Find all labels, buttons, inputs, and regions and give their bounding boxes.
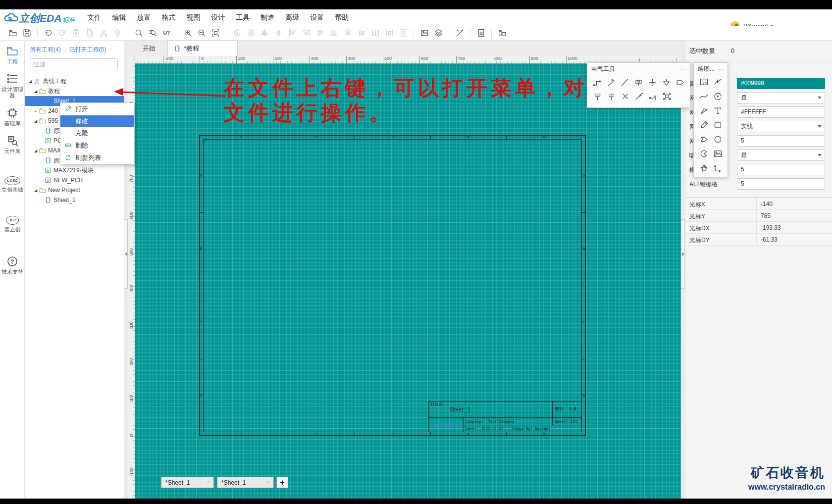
add-sheet-button[interactable]: + <box>276 477 288 488</box>
sheet-tab-1[interactable]: *Sheet_1^ <box>161 477 214 488</box>
tree-item-MAX7219-模块[interactable]: MAX7219-模块 <box>25 165 124 175</box>
left-collapse-handle[interactable] <box>124 219 128 289</box>
expanded-arrow-icon[interactable]: ◢ <box>33 188 38 193</box>
property-input-网格尺寸[interactable]: 5 <box>737 135 825 147</box>
elec-v5-button[interactable]: +5V <box>604 90 618 102</box>
elec-netlabel-button[interactable]: N <box>632 76 646 89</box>
minimize-icon[interactable]: — <box>717 66 724 71</box>
expanded-arrow-icon[interactable]: ◢ <box>28 79 33 84</box>
context-menu-修改[interactable]: 修改 <box>60 115 134 128</box>
expanded-arrow-icon[interactable]: ◢ <box>33 119 38 123</box>
menu-工具[interactable]: 工具 <box>230 11 255 24</box>
draw-bezier-button[interactable] <box>697 89 711 103</box>
save-button[interactable] <box>21 27 33 39</box>
draw-framei-button[interactable] <box>697 75 711 89</box>
draw-polygoni-button[interactable] <box>697 132 711 147</box>
import-button[interactable] <box>496 27 508 39</box>
search-button[interactable] <box>133 27 145 39</box>
draw-dimension-button[interactable] <box>711 161 725 175</box>
tab-active-document[interactable]: *教程 <box>167 41 238 56</box>
sidebar-item-lcsc[interactable]: LCSC立创商城 <box>0 172 25 197</box>
draw-polyline-button[interactable] <box>711 75 725 89</box>
expanded-arrow-icon[interactable]: ◢ <box>33 149 38 153</box>
tab-open-projects[interactable]: 已打开工程(5) <box>69 46 106 54</box>
property-input-网格颜色[interactable]: #FFFFFF <box>737 106 825 118</box>
sidebar-item-设计管理器[interactable]: 设计管理器 <box>0 68 25 102</box>
tree-item-离线工程[interactable]: ◢离线工程 <box>25 76 124 86</box>
property-input-栅格尺寸[interactable]: 5 <box>737 164 825 175</box>
draw-recti-button[interactable] <box>711 118 725 132</box>
menu-格式[interactable]: 格式 <box>156 11 181 24</box>
tab-all-projects[interactable]: 所有工程(4) <box>30 46 61 54</box>
draw-circlei-button[interactable] <box>711 132 725 147</box>
menu-设置[interactable]: 设置 <box>305 11 329 24</box>
property-input-网格可见[interactable]: 是 <box>737 92 825 103</box>
sheet-tab-2[interactable]: *Sheet_1^ <box>217 477 274 488</box>
draw-arc-button[interactable] <box>711 89 725 103</box>
elec-group-button[interactable] <box>660 90 674 102</box>
elec-wire-button[interactable] <box>590 76 604 89</box>
right-splitter[interactable] <box>681 41 685 499</box>
schematic-canvas[interactable]: 1122334455AABBCCDD TITLE: Sheet_1 REV: 1… <box>135 63 681 499</box>
menu-放置[interactable]: 放置 <box>131 11 156 24</box>
drawing-tools-palette[interactable]: 绘图...— <box>693 62 728 177</box>
elec-gnd-button[interactable] <box>645 76 659 89</box>
menu-文件[interactable]: 文件 <box>82 11 106 24</box>
draw-pencil2-button[interactable] <box>697 118 711 132</box>
open-button[interactable] <box>7 27 19 39</box>
property-input-ALT键栅格[interactable]: 5 <box>737 178 825 190</box>
elec-ncx-button[interactable] <box>618 90 632 102</box>
tree-item-Sheet_1[interactable]: Sheet_1 <box>25 195 124 205</box>
draw-pie-button[interactable] <box>697 147 711 161</box>
elec-probe-button[interactable] <box>632 90 646 102</box>
cross-probe-button[interactable]: U? <box>160 27 172 39</box>
find-similar-button[interactable] <box>147 27 158 39</box>
bom-button[interactable]: B <box>475 27 487 39</box>
menu-编辑[interactable]: 编辑 <box>106 11 131 24</box>
menu-帮助[interactable]: 帮助 <box>329 11 354 24</box>
context-menu-删除[interactable]: 删除 <box>60 140 134 152</box>
elec-netport-button[interactable] <box>673 76 687 89</box>
elec-busentry-button[interactable] <box>604 76 618 89</box>
electrical-tools-palette[interactable]: 电气工具— NVCC+5V1 <box>587 62 690 108</box>
wizard-button[interactable] <box>454 27 466 39</box>
undo-button[interactable] <box>42 27 54 39</box>
property-input-背景色[interactable]: #009999 <box>737 78 825 89</box>
menu-高级[interactable]: 高级 <box>280 11 305 24</box>
draw-texti-button[interactable] <box>711 103 725 118</box>
sidebar-item-技术支持[interactable]: ?技术支持 <box>0 251 25 279</box>
context-menu-刷新列表[interactable]: 刷新列表 <box>60 151 134 164</box>
draw-imagei-button[interactable] <box>711 147 725 161</box>
tree-item-NEW_PCB[interactable]: NEW_PCB <box>25 175 124 185</box>
draw-arrowi-button[interactable] <box>697 103 711 118</box>
minimize-icon[interactable]: — <box>679 66 686 71</box>
property-input-网格样式[interactable]: 实线 <box>737 121 825 132</box>
sidebar-item-jlc[interactable]: JLC嘉立创 <box>0 211 25 236</box>
property-input-吸附[interactable]: 是 <box>737 150 825 161</box>
sidebar-item-工程[interactable]: 工程 <box>0 41 25 68</box>
context-menu-克隆[interactable]: 克隆 <box>60 127 134 140</box>
menu-视图[interactable]: 视图 <box>181 11 206 24</box>
tab-start[interactable]: 开始 <box>134 41 164 56</box>
zoom-out-button[interactable] <box>196 27 208 39</box>
expanded-arrow-icon[interactable]: ◢ <box>33 89 38 94</box>
context-menu-打开[interactable]: 打开 <box>60 103 134 115</box>
menu-设计[interactable]: 设计 <box>206 11 230 24</box>
tree-item-New Project[interactable]: ◢New Project <box>25 185 124 195</box>
zoom-in-button[interactable] <box>182 27 194 39</box>
collapsed-arrow-icon[interactable]: ▸ <box>33 109 38 113</box>
elec-linei-button[interactable] <box>618 76 632 89</box>
sidebar-item-基础库[interactable]: 基础库 <box>0 102 25 130</box>
menu-制造[interactable]: 制造 <box>255 11 280 24</box>
elec-gnd2-button[interactable] <box>659 76 673 89</box>
elec-vcc-button[interactable]: VCC <box>590 90 604 102</box>
image-button[interactable] <box>418 27 430 39</box>
elec-pin-button[interactable]: 1 <box>646 90 660 102</box>
draw-drag-button[interactable] <box>697 161 711 175</box>
zoom-fit-button[interactable] <box>209 27 221 39</box>
sidebar-item-元件库[interactable]: 元件库 <box>0 130 25 158</box>
filter-input[interactable] <box>30 58 118 70</box>
theme-button[interactable] <box>432 27 444 39</box>
tree-item-教程[interactable]: ◢教程 <box>25 86 124 96</box>
right-collapse-handle[interactable] <box>681 219 685 289</box>
